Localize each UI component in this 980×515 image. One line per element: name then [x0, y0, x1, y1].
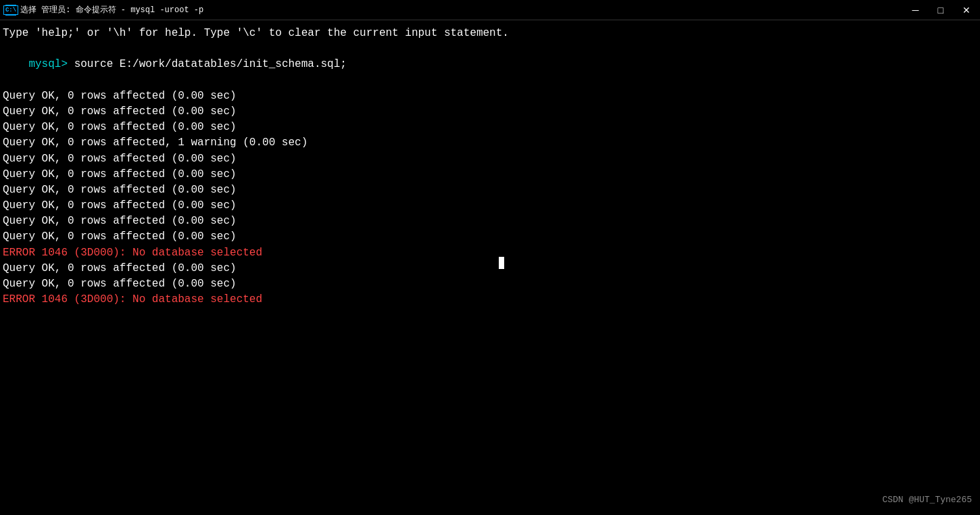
- terminal-output-line: Query OK, 0 rows affected (0.00 sec): [3, 276, 977, 292]
- terminal-output-line: Query OK, 0 rows affected (0.00 sec): [3, 151, 977, 167]
- terminal-output-line: Query OK, 0 rows affected (0.00 sec): [3, 120, 977, 135]
- terminal-output-line: Query OK, 0 rows affected (0.00 sec): [3, 182, 977, 198]
- terminal-output-line: Query OK, 0 rows affected (0.00 sec): [3, 198, 977, 214]
- terminal-output-line: Query OK, 0 rows affected (0.00 sec): [3, 89, 977, 104]
- watermark: CSDN @HUT_Tyne265: [882, 494, 972, 507]
- minimize-button[interactable]: ─: [908, 3, 923, 17]
- terminal-output-line: Query OK, 0 rows affected (0.00 sec): [3, 214, 977, 229]
- output-lines: Query OK, 0 rows affected (0.00 sec)Quer…: [3, 89, 977, 308]
- prompt-label: mysql>: [28, 58, 74, 70]
- terminal-output-line: Query OK, 0 rows affected (0.00 sec): [3, 167, 977, 182]
- title-bar-controls: ─ □ ✕: [908, 3, 975, 17]
- command-line: mysql> source E:/work/datatables/init_sc…: [3, 41, 977, 89]
- terminal-body[interactable]: Type 'help;' or '\h' for help. Type '\c'…: [0, 20, 980, 515]
- terminal-output-line: ERROR 1046 (3D000): No database selected: [3, 292, 977, 308]
- maximize-button[interactable]: □: [934, 3, 948, 17]
- terminal-output-line: ERROR 1046 (3D000): No database selected: [3, 245, 977, 261]
- terminal-output-line: Query OK, 0 rows affected (0.00 sec): [3, 261, 977, 276]
- terminal-output-line: Query OK, 0 rows affected (0.00 sec): [3, 229, 977, 245]
- title-bar: C:\ 选择 管理员: 命令提示符 - mysql -uroot -p ─ □ …: [0, 0, 980, 20]
- cmd-icon: C:\: [5, 5, 16, 16]
- help-line: Type 'help;' or '\h' for help. Type '\c'…: [3, 26, 977, 41]
- terminal-cursor: [499, 257, 504, 269]
- close-button[interactable]: ✕: [958, 3, 975, 17]
- command-text: source E:/work/datatables/init_schema.sq…: [74, 58, 347, 70]
- terminal-output-line: Query OK, 0 rows affected, 1 warning (0.…: [3, 135, 977, 151]
- title-bar-left: C:\ 选择 管理员: 命令提示符 - mysql -uroot -p: [5, 4, 203, 16]
- title-bar-title: 选择 管理员: 命令提示符 - mysql -uroot -p: [20, 4, 203, 16]
- terminal-output-line: Query OK, 0 rows affected (0.00 sec): [3, 104, 977, 120]
